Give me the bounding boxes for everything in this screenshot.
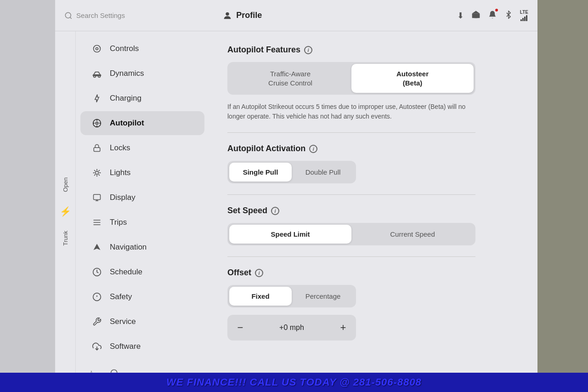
increase-speed-button[interactable]: + xyxy=(332,317,354,339)
display-icon xyxy=(91,192,102,203)
sidebar-item-label: Controls xyxy=(110,44,139,53)
autopilot-features-toggle: Traffic-Aware Cruise Control Autosteer (… xyxy=(227,62,475,95)
topbar: Search Settings Profile ⬇ xyxy=(55,0,537,31)
sidebar-item-trips[interactable]: Trips xyxy=(80,210,204,234)
profile-label: Profile xyxy=(236,11,262,20)
locks-icon xyxy=(91,142,102,153)
percentage-button[interactable]: Percentage xyxy=(292,287,354,306)
sidebar-item-charging[interactable]: Charging xyxy=(80,86,204,110)
garage-icon[interactable] xyxy=(471,10,481,21)
right-bezel xyxy=(537,0,588,392)
svg-point-1 xyxy=(226,12,229,15)
set-speed-title: Set Speed xyxy=(227,206,267,216)
left-edge-panel: Open ⚡ Trunk xyxy=(55,31,76,392)
svg-line-23 xyxy=(99,170,100,171)
navigation-icon xyxy=(91,242,102,253)
main-screen: Search Settings Profile ⬇ xyxy=(55,0,537,392)
topbar-icons: ⬇ LTE xyxy=(457,10,528,21)
speed-offset-value: +0 mph xyxy=(251,324,332,332)
search-area[interactable]: Search Settings xyxy=(64,11,125,20)
sidebar-item-software[interactable]: Software xyxy=(80,335,204,358)
banner-text: WE FINANCE!!! CALL US TODAY @ 281-506-88… xyxy=(166,376,422,388)
sidebar-item-safety[interactable]: Safety xyxy=(80,285,204,309)
main-content: Open ⚡ Trunk Controls xyxy=(55,31,537,392)
autopilot-features-info-icon[interactable]: i xyxy=(304,46,312,54)
lte-signal: LTE xyxy=(520,10,528,21)
autosteer-button[interactable]: Autosteer (Beta) xyxy=(351,64,474,93)
divider-2 xyxy=(227,194,475,195)
sidebar-item-display[interactable]: Display xyxy=(80,186,204,210)
content-panel: Autopilot Features i Traffic-Aware Cruis… xyxy=(209,31,537,392)
download-icon[interactable]: ⬇ xyxy=(457,11,464,21)
notification-dot xyxy=(495,9,498,11)
offset-toggle: Fixed Percentage xyxy=(227,285,356,307)
svg-point-4 xyxy=(96,48,98,50)
autopilot-features-title: Autopilot Features xyxy=(227,45,300,55)
bottom-banner: WE FINANCE!!! CALL US TODAY @ 281-506-88… xyxy=(0,373,588,392)
sidebar-item-navigation[interactable]: Navigation xyxy=(80,235,204,259)
sidebar-item-autopilot[interactable]: Autopilot xyxy=(80,111,204,135)
sidebar-item-label: Locks xyxy=(110,143,130,153)
speed-limit-button[interactable]: Speed Limit xyxy=(229,225,351,244)
sidebar-item-label: Safety xyxy=(110,292,132,301)
sidebar-item-label: Trips xyxy=(110,218,127,227)
fixed-button[interactable]: Fixed xyxy=(229,287,292,306)
svg-rect-15 xyxy=(94,148,100,151)
software-icon xyxy=(91,341,102,352)
sidebar-item-label: Navigation xyxy=(110,243,147,252)
current-speed-button[interactable]: Current Speed xyxy=(351,225,474,244)
single-pull-button[interactable]: Single Pull xyxy=(229,163,292,182)
sidebar-item-label: Dynamics xyxy=(110,69,144,78)
sidebar-item-schedule[interactable]: Schedule xyxy=(80,260,204,284)
open-label: Open xyxy=(62,177,69,192)
profile-area[interactable]: Profile xyxy=(222,11,262,21)
search-icon xyxy=(64,11,73,20)
service-icon xyxy=(91,316,102,327)
dynamics-icon xyxy=(91,68,102,79)
schedule-icon xyxy=(91,267,102,278)
svg-marker-28 xyxy=(94,244,101,250)
divider-1 xyxy=(227,132,475,133)
sidebar-item-label: Charging xyxy=(110,94,141,103)
svg-point-16 xyxy=(96,171,99,175)
autopilot-activation-info-icon[interactable]: i xyxy=(309,145,317,153)
set-speed-toggle: Speed Limit Current Speed xyxy=(227,223,475,245)
search-placeholder: Search Settings xyxy=(76,11,125,19)
sidebar-item-service[interactable]: Service xyxy=(80,310,204,334)
set-speed-section: Set Speed i xyxy=(227,206,519,216)
svg-rect-25 xyxy=(94,194,101,199)
sidebar-item-locks[interactable]: Locks xyxy=(80,136,204,160)
bolt-icon: ⚡ xyxy=(60,206,71,217)
svg-point-10 xyxy=(96,122,98,125)
autopilot-icon xyxy=(91,118,102,129)
sidebar-item-label: Service xyxy=(110,317,136,326)
sidebar-item-label: Software xyxy=(110,342,141,351)
tacc-button[interactable]: Traffic-Aware Cruise Control xyxy=(229,64,351,93)
svg-line-24 xyxy=(94,175,95,176)
profile-icon xyxy=(222,11,232,21)
svg-line-22 xyxy=(99,175,100,176)
autopilot-activation-toggle: Single Pull Double Pull xyxy=(227,161,356,183)
autopilot-activation-title: Autopilot Activation xyxy=(227,144,305,153)
safety-icon xyxy=(91,291,102,302)
offset-info-icon[interactable]: i xyxy=(255,269,263,277)
sidebar: Controls Dynamics xyxy=(76,31,209,392)
set-speed-info-icon[interactable]: i xyxy=(271,207,279,215)
decrease-speed-button[interactable]: − xyxy=(229,317,251,339)
svg-point-5 xyxy=(94,45,101,52)
bluetooth-icon[interactable] xyxy=(504,11,513,21)
sidebar-item-label: Lights xyxy=(110,168,130,177)
divider-3 xyxy=(227,256,475,257)
double-pull-button[interactable]: Double Pull xyxy=(292,163,354,182)
lights-icon xyxy=(91,167,102,178)
sidebar-item-label: Autopilot xyxy=(110,119,144,128)
sidebar-item-controls[interactable]: Controls xyxy=(80,37,204,61)
svg-line-21 xyxy=(94,170,95,171)
sidebar-item-lights[interactable]: Lights xyxy=(80,161,204,185)
autopilot-activation-section: Autopilot Activation i xyxy=(227,144,519,153)
notification-bell[interactable] xyxy=(488,10,497,21)
sidebar-item-dynamics[interactable]: Dynamics xyxy=(80,62,204,85)
offset-section: Offset i xyxy=(227,268,519,278)
svg-rect-3 xyxy=(474,16,477,18)
autopilot-features-section: Autopilot Features i xyxy=(227,45,519,55)
